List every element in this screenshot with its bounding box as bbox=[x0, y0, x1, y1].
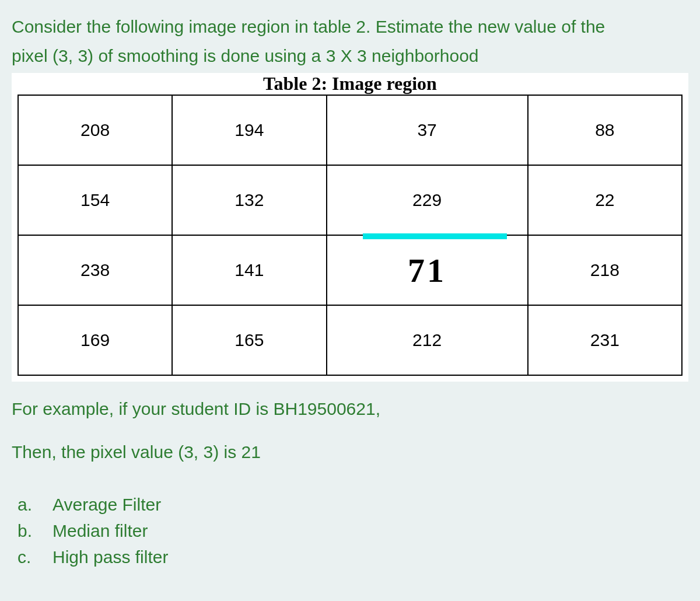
table-cell: 169 bbox=[18, 305, 172, 375]
table-row: 208 194 37 88 bbox=[18, 95, 682, 165]
example-line-1: For example, if your student ID is BH195… bbox=[12, 393, 688, 425]
table-cell: 208 bbox=[18, 95, 172, 165]
table-cell: 229 bbox=[327, 165, 528, 235]
table-cell: 88 bbox=[528, 95, 682, 165]
table-cell: 22 bbox=[528, 165, 682, 235]
highlight-bar bbox=[363, 233, 507, 239]
option-label: High pass filter bbox=[52, 544, 688, 570]
option-letter: a. bbox=[12, 491, 52, 518]
pixel-3-3-cell: 71 bbox=[327, 235, 528, 305]
table-cell: 165 bbox=[172, 305, 326, 375]
table-row: 169 165 212 231 bbox=[18, 305, 682, 375]
option-label: Average Filter bbox=[52, 491, 688, 518]
example-line-2: Then, the pixel value (3, 3) is 21 bbox=[12, 436, 688, 468]
option-b: b. Median filter bbox=[12, 518, 688, 544]
table-row: 238 141 71 218 bbox=[18, 235, 682, 305]
option-letter: b. bbox=[12, 518, 52, 544]
table-cell: 141 bbox=[172, 235, 326, 305]
table-cell: 231 bbox=[528, 305, 682, 375]
option-c: c. High pass filter bbox=[12, 544, 688, 570]
question-line-1: Consider the following image region in t… bbox=[12, 15, 688, 39]
table-container: Table 2: Image region 208 194 37 88 154 … bbox=[12, 73, 688, 382]
option-a: a. Average Filter bbox=[12, 491, 688, 518]
options-list: a. Average Filter b. Median filter c. Hi… bbox=[12, 491, 688, 570]
handwritten-value: 71 bbox=[408, 251, 446, 290]
table-cell: 37 bbox=[327, 95, 528, 165]
table-cell: 154 bbox=[18, 165, 172, 235]
table-cell: 194 bbox=[172, 95, 326, 165]
table-cell: 212 bbox=[327, 305, 528, 375]
table-cell: 218 bbox=[528, 235, 682, 305]
image-region-table: 208 194 37 88 154 132 229 22 238 141 71 … bbox=[18, 95, 682, 376]
table-cell: 238 bbox=[18, 235, 172, 305]
question-line-2: pixel (3, 3) of smoothing is done using … bbox=[12, 44, 688, 68]
option-label: Median filter bbox=[52, 518, 688, 544]
table-row: 154 132 229 22 bbox=[18, 165, 682, 235]
option-letter: c. bbox=[12, 544, 52, 570]
table-title: Table 2: Image region bbox=[18, 73, 682, 95]
table-cell: 132 bbox=[172, 165, 326, 235]
